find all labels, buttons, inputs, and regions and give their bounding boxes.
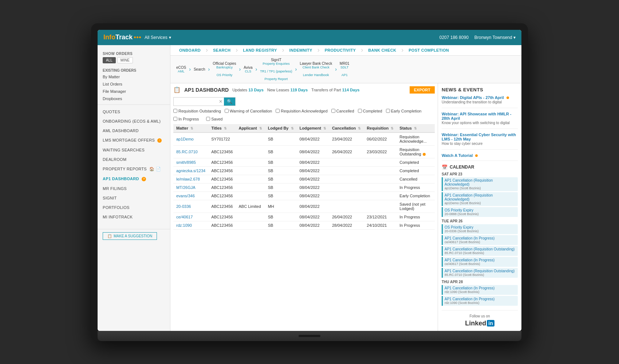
sidebar-item-ap1[interactable]: AP1 DASHBOARD ?: [98, 174, 170, 184]
calendar-icon: 📅: [442, 165, 448, 170]
nav-land-registry[interactable]: LAND REGISTRY: [238, 45, 282, 55]
sidebar-item-mi[interactable]: MI INFOTRACK: [98, 212, 170, 222]
nav-bank-check[interactable]: BANK CHECK: [363, 45, 401, 55]
cell-titles-8: ABC123456: [208, 213, 236, 221]
sidebar-item-portfolios[interactable]: PORTFOLIOS: [98, 203, 170, 212]
export-button[interactable]: EXPORT: [410, 86, 435, 94]
col-titles[interactable]: Titles ⇅: [208, 124, 236, 132]
logo[interactable]: InfoTrack: [103, 33, 141, 41]
cal-event-0-2: OS Priority Expiry 20-0888 (Scott Bozini…: [442, 207, 518, 217]
news-item-1-title[interactable]: Webinar: API Showcase with HMLR - 28th A…: [442, 112, 518, 120]
cal-event-title-0-1[interactable]: AP1 Cancellation (Requisition Acknowledg…: [445, 193, 516, 201]
nav-search[interactable]: SEARCH: [208, 45, 236, 55]
sidebar-item-property[interactable]: PROPERTY REPORTS 🏠 📄: [98, 164, 170, 174]
cell-matter-7: 20-0336: [173, 200, 208, 213]
sidebar-item-waiting[interactable]: WAITING SEARCHES: [98, 145, 170, 155]
cell-applicant-6: [236, 191, 265, 200]
filter-early-completion[interactable]: Early Completion: [386, 109, 422, 113]
search-clear-btn[interactable]: ✕: [217, 99, 224, 104]
filter-saved[interactable]: Saved: [206, 117, 222, 121]
filter-warning-cancellation[interactable]: Warning of Cancellation: [225, 109, 272, 113]
cell-titles-2: ABC123456: [208, 158, 236, 166]
sidebar-item-onboarding[interactable]: ONBOARDING (ECOS & AML): [98, 116, 170, 126]
sidebar-item-aml[interactable]: AML DASHBOARD: [98, 126, 170, 135]
ap1-transfers-stat: Transfers of Part 114 Days: [311, 88, 359, 92]
sidebar-item-dropboxes[interactable]: Dropboxes: [98, 95, 170, 102]
cal-event-title-1-2[interactable]: AP1 Cancellation (Requisition Outstandin…: [445, 247, 516, 251]
filter-cancelled[interactable]: Cancelled: [331, 109, 354, 113]
matter-link-7[interactable]: 20-0336: [176, 204, 191, 209]
matter-link-9[interactable]: rdz:1090: [176, 223, 192, 228]
matter-link-0[interactable]: ap1Demo: [176, 137, 194, 141]
matter-link-3[interactable]: agniezka.s/1234: [176, 169, 205, 173]
col-applicant[interactable]: Applicant ⇅: [236, 124, 265, 132]
sidebar-item-dealroom[interactable]: DEALROOM: [98, 155, 170, 164]
nav-indemnity[interactable]: INDEMNITY: [284, 45, 318, 55]
matter-link-8[interactable]: ce/40617: [176, 215, 193, 219]
bottom-bar: 📋 MAKE A SUGGESTION: [98, 229, 170, 243]
workflow-lawyer-label: Lawyer Bank Check: [300, 62, 332, 66]
sidebar-item-quotes[interactable]: QUOTES: [98, 107, 170, 116]
col-cancellation[interactable]: Cancellation ⇅: [329, 124, 364, 132]
matter-link-6[interactable]: evans/346: [176, 194, 195, 198]
cal-event-title-2-0[interactable]: AP1 Cancellation (In Progress): [445, 286, 516, 290]
sidebar-item-by-matter[interactable]: By Matter: [98, 73, 170, 80]
table-row: agniezka.s/1234 ABC123456 SB 08/04/2022 …: [173, 166, 435, 175]
filter-requisition-acknowledged[interactable]: Requisition Acknowledged: [276, 109, 327, 113]
matter-link-5[interactable]: MT/26GJA: [176, 185, 196, 190]
matter-link-2[interactable]: smith/8985: [176, 160, 196, 165]
col-lodgement[interactable]: Lodgement ⇅: [297, 124, 329, 132]
cal-day-label-0: SAT APR 23: [442, 172, 518, 176]
news-item-0-title[interactable]: Webinar: Digital APIs - 27th April: [442, 95, 518, 100]
linkedin-logo[interactable]: Linked in: [465, 320, 494, 327]
sidebar-item-file-manager[interactable]: File Manager: [98, 88, 170, 95]
filter-in-progress[interactable]: In Progress: [173, 117, 199, 121]
cell-applicant-1: [236, 145, 265, 158]
workflow-step-signit: SignIT Property Enquiries TR1 / TP1 (pap…: [260, 58, 292, 81]
matter-link-1[interactable]: 85.RC.0710: [176, 150, 198, 154]
sidebar-item-lms[interactable]: LMS MORTGAGE OFFERS !: [98, 135, 170, 145]
dashboard-main: 📋 AP1 DASHBOARD Updates 13 Days New Leas…: [170, 83, 438, 331]
show-mine-btn[interactable]: MINE: [117, 57, 133, 63]
service-nav-items: ONBOARD › SEARCH › LAND REGISTRY › INDEM…: [174, 45, 518, 55]
matter-link-4[interactable]: le/mlaw2.678: [176, 177, 200, 181]
filter-completed[interactable]: Completed: [358, 109, 382, 113]
search-input[interactable]: [174, 98, 217, 105]
cal-event-sub-1-4: 85.RC.0710 (Scott Bozinis): [445, 273, 516, 277]
nav-post-completion[interactable]: POST COMPLETION: [403, 45, 454, 55]
workflow-step-lawyer: Lawyer Bank Check Client Bank Check Lend…: [300, 62, 332, 77]
cal-event-title-2-1[interactable]: AP1 Cancellation (In Progress): [445, 297, 516, 301]
sidebar-item-mr[interactable]: MR FILINGS: [98, 184, 170, 193]
nav-onboard[interactable]: ONBOARD: [174, 45, 206, 55]
nav-productivity[interactable]: PRODUCTIVITY: [320, 45, 361, 55]
suggestion-button[interactable]: 📋 MAKE A SUGGESTION: [103, 232, 157, 240]
sort-icon: ⇅: [391, 127, 394, 130]
all-services-menu[interactable]: All Services ▾: [145, 35, 171, 40]
col-lodged-by[interactable]: Lodged By ⇅: [265, 124, 297, 132]
cell-requisition-5: [364, 183, 397, 191]
ap1-header: 📋 AP1 DASHBOARD Updates 13 Days New Leas…: [173, 86, 435, 106]
cal-day-0: SAT APR 23 AP1 Cancellation (Requisition…: [442, 172, 518, 217]
table-row: smith/8985 ABC123456 SB 08/04/2022 Compl…: [173, 158, 435, 166]
news-item-2: Webinar: Essential Cyber Security with L…: [442, 132, 518, 150]
user-name[interactable]: Bronwyn Townsend ▾: [474, 35, 516, 40]
cal-event-title-1-3[interactable]: AP1 Cancellation (In Progress): [445, 258, 516, 262]
sidebar-item-signit[interactable]: SIGNIT: [98, 193, 170, 203]
cal-event-title-1-0[interactable]: OS Priority Expiry: [445, 225, 516, 229]
sort-icon: ⇅: [358, 127, 361, 130]
col-status[interactable]: Status ⇅: [397, 124, 435, 132]
cal-event-2-1: AP1 Cancellation (In Progress) rdz:1090 …: [442, 296, 518, 306]
sidebar-item-list-orders[interactable]: List Orders: [98, 80, 170, 88]
news-item-3-title[interactable]: Watch A Tutorial: [442, 153, 518, 158]
show-all-btn[interactable]: ALL: [103, 57, 116, 63]
col-matter[interactable]: Matter ⇅: [173, 124, 208, 132]
cal-event-title-0-2[interactable]: OS Priority Expiry: [445, 208, 516, 212]
col-requisition[interactable]: Requisition ⇅: [364, 124, 397, 132]
cal-event-title-1-1[interactable]: AP1 Cancellation (In Progress): [445, 236, 516, 240]
cal-event-title-1-4[interactable]: AP1 Cancellation (Requisition Outstandin…: [445, 269, 516, 273]
search-submit-btn[interactable]: 🔍: [224, 98, 235, 106]
cal-event-title-0-0[interactable]: AP1 Cancellation (Requisition Acknowledg…: [445, 178, 516, 186]
news-item-2-title[interactable]: Webinar: Essential Cyber Security with L…: [442, 132, 518, 141]
table-row: MT/26GJA ABC123456 SB 08/04/2022 In Prog…: [173, 183, 435, 191]
filter-requisition-outstanding[interactable]: Requisition Outstanding: [173, 109, 221, 113]
